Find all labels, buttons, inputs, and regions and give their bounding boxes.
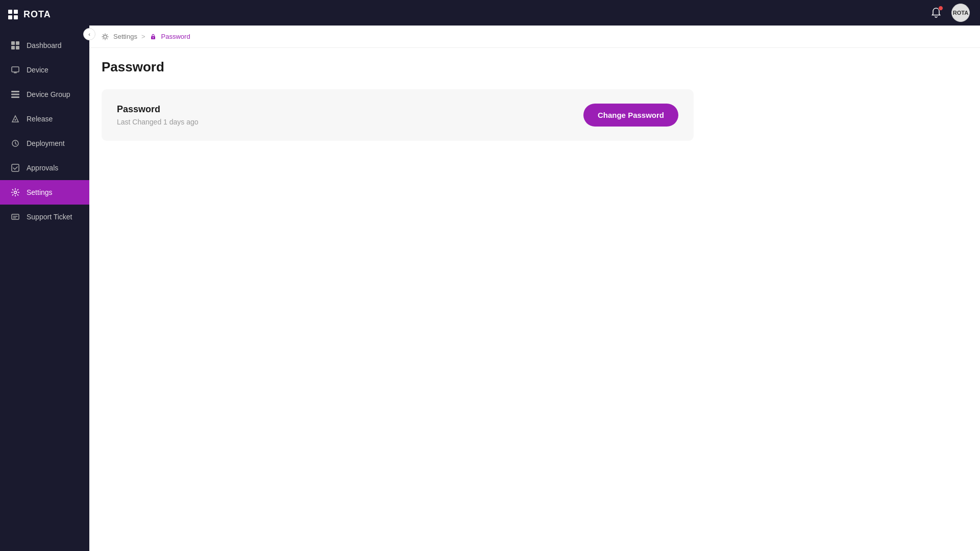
sidebar-item-label-dashboard: Dashboard bbox=[27, 41, 62, 49]
breadcrumb-separator: > bbox=[141, 33, 145, 40]
svg-rect-13 bbox=[12, 214, 19, 219]
password-card-subtitle: Last Changed 1 days ago bbox=[117, 118, 199, 126]
device-icon bbox=[10, 65, 20, 75]
notification-button[interactable] bbox=[928, 5, 944, 21]
avatar[interactable]: ROTA bbox=[951, 4, 970, 22]
svg-rect-7 bbox=[11, 94, 19, 95]
sidebar-item-deployment[interactable]: Deployment bbox=[0, 131, 89, 156]
app-name: ROTA bbox=[23, 9, 51, 20]
release-icon bbox=[10, 114, 20, 124]
svg-rect-0 bbox=[11, 41, 15, 45]
sidebar-item-approvals[interactable]: Approvals bbox=[0, 156, 89, 180]
support-icon bbox=[10, 212, 20, 222]
logo-icon bbox=[8, 10, 18, 20]
sidebar-item-device[interactable]: Device bbox=[0, 58, 89, 82]
content-area: Settings > Password Password Password La bbox=[89, 26, 980, 551]
svg-rect-5 bbox=[14, 72, 17, 73]
dashboard-icon bbox=[10, 40, 20, 51]
sidebar-item-settings[interactable]: Settings bbox=[0, 180, 89, 205]
svg-rect-11 bbox=[12, 164, 19, 171]
notification-badge bbox=[938, 6, 943, 11]
svg-rect-2 bbox=[11, 46, 15, 49]
breadcrumb-current: Password bbox=[150, 33, 190, 40]
password-card-title: Password bbox=[117, 104, 199, 115]
svg-point-16 bbox=[153, 37, 154, 38]
breadcrumb: Settings > Password bbox=[89, 26, 980, 48]
sidebar-item-label-support: Support Ticket bbox=[27, 213, 72, 221]
breadcrumb-parent[interactable]: Settings bbox=[102, 33, 137, 40]
sidebar-header: ROTA bbox=[0, 0, 89, 29]
sidebar-item-support-ticket[interactable]: Support Ticket bbox=[0, 205, 89, 229]
sidebar-item-label-device: Device bbox=[27, 66, 48, 74]
page-body: Password Last Changed 1 days ago Change … bbox=[89, 84, 980, 146]
svg-rect-3 bbox=[16, 46, 19, 49]
svg-rect-4 bbox=[12, 67, 19, 72]
device-group-icon bbox=[10, 89, 20, 99]
sidebar-item-label-release: Release bbox=[27, 115, 53, 123]
svg-rect-8 bbox=[11, 96, 19, 98]
topbar: ROTA bbox=[89, 0, 980, 26]
sidebar-nav: Dashboard Device Device Group bbox=[0, 29, 89, 551]
password-card-info: Password Last Changed 1 days ago bbox=[117, 104, 199, 126]
settings-icon bbox=[10, 187, 20, 197]
sidebar: ROTA ‹ Dashboard Devi bbox=[0, 0, 89, 551]
svg-point-14 bbox=[104, 35, 107, 38]
sidebar-item-label-settings: Settings bbox=[27, 188, 53, 196]
sidebar-item-device-group[interactable]: Device Group bbox=[0, 82, 89, 107]
svg-rect-1 bbox=[16, 41, 19, 45]
sidebar-item-label-approvals: Approvals bbox=[27, 164, 58, 172]
deployment-icon bbox=[10, 138, 20, 148]
main-area: ROTA Settings > Password bbox=[89, 0, 980, 551]
sidebar-collapse-button[interactable]: ‹ bbox=[83, 28, 95, 40]
sidebar-item-dashboard[interactable]: Dashboard bbox=[0, 33, 89, 58]
sidebar-item-label-deployment: Deployment bbox=[27, 139, 65, 147]
approvals-icon bbox=[10, 163, 20, 173]
change-password-button[interactable]: Change Password bbox=[583, 104, 678, 127]
svg-rect-6 bbox=[11, 91, 19, 92]
svg-point-12 bbox=[14, 191, 17, 194]
page-title: Password bbox=[102, 59, 968, 75]
sidebar-item-label-device-group: Device Group bbox=[27, 90, 70, 98]
password-card: Password Last Changed 1 days ago Change … bbox=[102, 89, 694, 141]
svg-point-9 bbox=[15, 119, 16, 121]
sidebar-item-release[interactable]: Release bbox=[0, 107, 89, 131]
page-header: Password bbox=[89, 48, 980, 84]
